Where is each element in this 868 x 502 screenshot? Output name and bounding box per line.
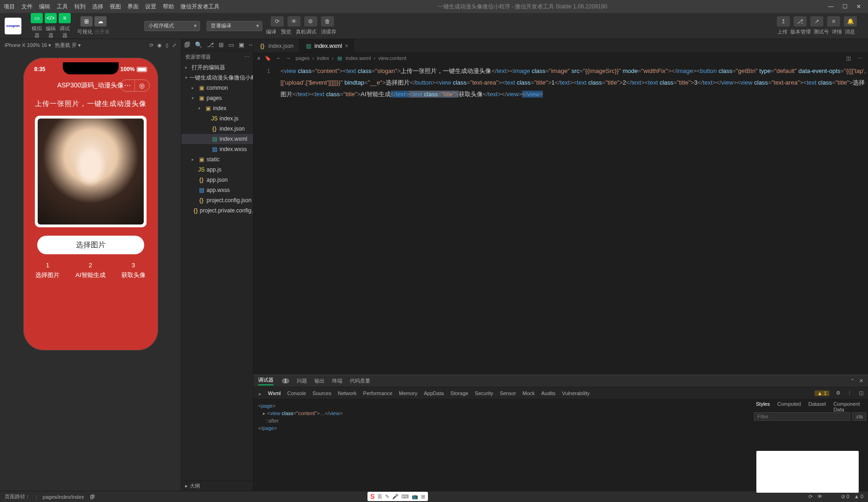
copy-path-icon[interactable]: 🗐 (90, 494, 95, 500)
errors-count[interactable]: ⊘ 0 (841, 494, 849, 500)
compile-button[interactable]: ⟳ (271, 16, 284, 26)
ime-lang[interactable]: 英 (377, 493, 382, 500)
cloud-toggle[interactable]: ☁ (94, 16, 107, 26)
dtab-terminal[interactable]: 终端 (332, 377, 342, 384)
file-app-json[interactable]: {}app.json (181, 175, 253, 185)
crumb-symbol[interactable]: view.content (378, 55, 407, 61)
menu-tools[interactable]: 工具 (57, 3, 68, 11)
menu-edit[interactable]: 编辑 (39, 3, 50, 11)
file-index-json[interactable]: {}index.json (181, 124, 253, 134)
dtab-problems[interactable]: 问题 (297, 377, 307, 384)
folder-index[interactable]: ▾▣index (181, 103, 253, 113)
capsule-close-icon[interactable]: ◎ (135, 80, 149, 91)
crumb-pages[interactable]: pages (295, 55, 309, 61)
close-button[interactable]: ✕ (853, 2, 864, 11)
more-actions-icon[interactable]: ⋯ (857, 55, 862, 61)
folder-static[interactable]: ▸▣static (181, 154, 253, 165)
capsule-menu-icon[interactable]: ⋯ (120, 80, 135, 91)
menu-goto[interactable]: 转到 (74, 3, 86, 11)
siblings-icon[interactable]: ▭ (228, 41, 234, 48)
dtab-debugger[interactable]: 调试器 (258, 376, 274, 385)
code-editor[interactable]: 1 <view class="content"><text class="slo… (254, 63, 868, 375)
git-icon[interactable]: ⎇ (207, 41, 214, 48)
editor-toggle[interactable]: </> (45, 13, 57, 23)
open-editors-section[interactable]: ▸打开的编辑器 (181, 62, 253, 73)
version-button[interactable]: ⎇ (794, 16, 807, 26)
file-index-js[interactable]: JSindex.js (181, 113, 253, 124)
panel-console[interactable]: Console (287, 390, 306, 396)
dtab-quality[interactable]: 代码质量 (350, 377, 370, 384)
dock-icon[interactable]: ◫ (859, 390, 863, 396)
tab-index-json[interactable]: {}index.json (254, 39, 300, 53)
menu-wechat-devtools[interactable]: 微信开发者工具 (180, 3, 220, 11)
code-text[interactable]: <view class="content"><text class="sloga… (280, 65, 868, 100)
debugger-toggle[interactable]: ≡ (59, 13, 71, 23)
upload-button[interactable]: ↥ (777, 16, 790, 26)
crumb-file[interactable]: index.wxml (346, 55, 371, 61)
simulator-toggle[interactable]: ▭ (31, 13, 43, 23)
minimize-button[interactable]: — (825, 2, 836, 11)
close-tab-icon[interactable]: × (345, 43, 348, 49)
tab-computed[interactable]: Computed (774, 399, 805, 410)
search-icon[interactable]: 🔍 (195, 41, 202, 48)
panel-vulnerability[interactable]: Vulnerability (562, 390, 590, 396)
tab-dataset[interactable]: Dataset (805, 399, 830, 410)
remote-debug-button[interactable]: ⚙ (304, 16, 317, 26)
ime-i2[interactable]: 🎤 (392, 494, 399, 500)
file-project-config[interactable]: {}project.config.json (181, 195, 253, 205)
panel-network[interactable]: Network (338, 390, 356, 396)
warning-count[interactable]: ▲ 1 (815, 390, 829, 396)
bookmark-icon[interactable]: 🔖 (265, 55, 271, 61)
messages-button[interactable]: 🔔 (844, 16, 857, 26)
menu-view[interactable]: 视图 (110, 3, 121, 11)
file-index-wxss[interactable]: ▤index.wxss (181, 144, 253, 154)
dom-tree[interactable]: <page> ▸ <view class="content">…</view> … (254, 399, 752, 491)
file-project-private-config[interactable]: {}project.private.config.js... (181, 205, 253, 216)
page-path[interactable]: pages/index/index (43, 494, 84, 500)
device-select[interactable]: iPhone X 100% 16 ▾ (5, 42, 51, 48)
eye-icon[interactable]: 👁 (817, 494, 822, 500)
compile-select[interactable]: 普通编译 (207, 21, 262, 31)
maximize-button[interactable]: ☐ (839, 2, 850, 11)
menu-select[interactable]: 选择 (92, 3, 103, 11)
refresh-icon[interactable]: ⟳ (149, 42, 154, 48)
crumb-index[interactable]: index (317, 55, 329, 61)
sync-icon[interactable]: ⟳ (808, 494, 813, 500)
clear-cache-button[interactable]: 🗑 (321, 16, 334, 26)
outline-section[interactable]: ▸大纲 (181, 481, 253, 491)
dtab-output[interactable]: 输出 (314, 377, 325, 384)
app-logo[interactable]: coupon (5, 18, 21, 34)
collapse-icon[interactable]: ⌃ (850, 378, 855, 384)
menu-settings[interactable]: 设置 (145, 3, 156, 11)
panel-performance[interactable]: Performance (363, 390, 393, 396)
panel-wxml[interactable]: Wxml (268, 390, 281, 396)
menu-file[interactable]: 文件 (21, 3, 33, 11)
kebab-icon[interactable]: ⋮ (847, 390, 852, 396)
details-button[interactable]: ≡ (827, 16, 840, 26)
ime-i3[interactable]: ⌨ (401, 494, 409, 500)
ime-toolbar[interactable]: S 英 ✎ 🎤 ⌨ 📺 ⊞ (367, 492, 428, 501)
split-icon[interactable]: ◫ (846, 55, 851, 61)
nav-fwd-icon[interactable]: → (286, 55, 291, 61)
menu-interface[interactable]: 界面 (127, 3, 139, 11)
panel-storage[interactable]: Storage (450, 390, 468, 396)
popout-icon[interactable]: ⤢ (172, 42, 176, 48)
ime-i5[interactable]: ⊞ (421, 494, 425, 500)
tab-styles[interactable]: Styles (752, 399, 774, 410)
rec-icon[interactable]: ◉ (157, 42, 162, 48)
ime-i4[interactable]: 📺 (412, 494, 418, 500)
file-app-wxss[interactable]: ▤app.wxss (181, 185, 253, 195)
list-icon[interactable]: ≡ (257, 55, 260, 61)
testid-button[interactable]: ↗ (810, 16, 823, 26)
menu-help[interactable]: 帮助 (163, 3, 174, 11)
tab-index-wxml[interactable]: ▤index.wxml× (300, 39, 354, 53)
device-icon[interactable]: ▯ (166, 42, 168, 48)
visual-toggle[interactable]: ⊞ (80, 16, 93, 26)
files-icon[interactable]: 🗐 (184, 41, 190, 48)
gear-icon[interactable]: ⚙ (836, 390, 841, 396)
panel-appdata[interactable]: AppData (424, 390, 444, 396)
styles-filter-input[interactable] (754, 412, 850, 421)
explorer-more-icon[interactable]: ⋯ (244, 54, 249, 60)
preview-button[interactable]: 👁 (287, 16, 300, 26)
choose-image-button[interactable]: 选择图片 (37, 236, 144, 254)
